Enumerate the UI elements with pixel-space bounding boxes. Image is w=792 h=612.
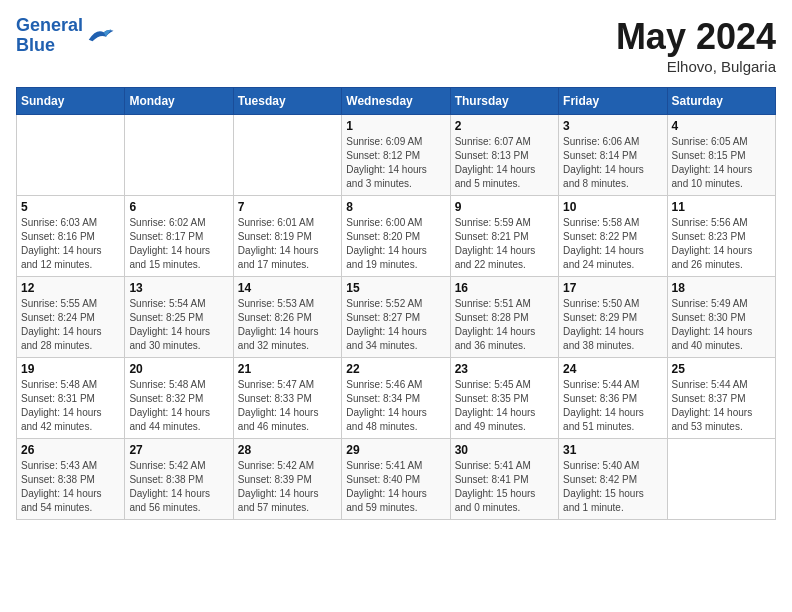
day-info: Sunrise: 6:03 AM Sunset: 8:16 PM Dayligh… bbox=[21, 216, 120, 272]
calendar-cell: 31Sunrise: 5:40 AM Sunset: 8:42 PM Dayli… bbox=[559, 439, 667, 520]
logo-blue: Blue bbox=[16, 35, 55, 55]
calendar-cell: 10Sunrise: 5:58 AM Sunset: 8:22 PM Dayli… bbox=[559, 196, 667, 277]
day-number: 17 bbox=[563, 281, 662, 295]
day-number: 19 bbox=[21, 362, 120, 376]
weekday-header-tuesday: Tuesday bbox=[233, 88, 341, 115]
calendar-cell: 28Sunrise: 5:42 AM Sunset: 8:39 PM Dayli… bbox=[233, 439, 341, 520]
day-info: Sunrise: 6:05 AM Sunset: 8:15 PM Dayligh… bbox=[672, 135, 771, 191]
logo-general: General bbox=[16, 15, 83, 35]
page-header: General Blue May 2024 Elhovo, Bulgaria bbox=[16, 16, 776, 75]
calendar-cell: 1Sunrise: 6:09 AM Sunset: 8:12 PM Daylig… bbox=[342, 115, 450, 196]
day-info: Sunrise: 5:43 AM Sunset: 8:38 PM Dayligh… bbox=[21, 459, 120, 515]
day-info: Sunrise: 5:52 AM Sunset: 8:27 PM Dayligh… bbox=[346, 297, 445, 353]
calendar-cell: 17Sunrise: 5:50 AM Sunset: 8:29 PM Dayli… bbox=[559, 277, 667, 358]
day-info: Sunrise: 5:42 AM Sunset: 8:38 PM Dayligh… bbox=[129, 459, 228, 515]
day-info: Sunrise: 5:56 AM Sunset: 8:23 PM Dayligh… bbox=[672, 216, 771, 272]
day-number: 30 bbox=[455, 443, 554, 457]
day-number: 1 bbox=[346, 119, 445, 133]
calendar-cell: 27Sunrise: 5:42 AM Sunset: 8:38 PM Dayli… bbox=[125, 439, 233, 520]
weekday-header-monday: Monday bbox=[125, 88, 233, 115]
calendar-cell: 4Sunrise: 6:05 AM Sunset: 8:15 PM Daylig… bbox=[667, 115, 775, 196]
day-info: Sunrise: 5:54 AM Sunset: 8:25 PM Dayligh… bbox=[129, 297, 228, 353]
calendar-cell: 13Sunrise: 5:54 AM Sunset: 8:25 PM Dayli… bbox=[125, 277, 233, 358]
calendar-cell bbox=[667, 439, 775, 520]
day-number: 29 bbox=[346, 443, 445, 457]
location: Elhovo, Bulgaria bbox=[616, 58, 776, 75]
day-info: Sunrise: 5:41 AM Sunset: 8:41 PM Dayligh… bbox=[455, 459, 554, 515]
calendar-cell: 3Sunrise: 6:06 AM Sunset: 8:14 PM Daylig… bbox=[559, 115, 667, 196]
logo-bird-icon bbox=[85, 24, 115, 48]
day-info: Sunrise: 5:55 AM Sunset: 8:24 PM Dayligh… bbox=[21, 297, 120, 353]
day-number: 21 bbox=[238, 362, 337, 376]
calendar-cell bbox=[233, 115, 341, 196]
day-number: 22 bbox=[346, 362, 445, 376]
calendar-cell: 26Sunrise: 5:43 AM Sunset: 8:38 PM Dayli… bbox=[17, 439, 125, 520]
calendar-cell: 25Sunrise: 5:44 AM Sunset: 8:37 PM Dayli… bbox=[667, 358, 775, 439]
day-info: Sunrise: 5:46 AM Sunset: 8:34 PM Dayligh… bbox=[346, 378, 445, 434]
day-number: 27 bbox=[129, 443, 228, 457]
title-block: May 2024 Elhovo, Bulgaria bbox=[616, 16, 776, 75]
weekday-header-sunday: Sunday bbox=[17, 88, 125, 115]
day-number: 6 bbox=[129, 200, 228, 214]
calendar-cell bbox=[17, 115, 125, 196]
calendar-cell: 16Sunrise: 5:51 AM Sunset: 8:28 PM Dayli… bbox=[450, 277, 558, 358]
day-info: Sunrise: 5:48 AM Sunset: 8:31 PM Dayligh… bbox=[21, 378, 120, 434]
day-info: Sunrise: 5:59 AM Sunset: 8:21 PM Dayligh… bbox=[455, 216, 554, 272]
calendar-table: SundayMondayTuesdayWednesdayThursdayFrid… bbox=[16, 87, 776, 520]
day-number: 15 bbox=[346, 281, 445, 295]
day-info: Sunrise: 5:53 AM Sunset: 8:26 PM Dayligh… bbox=[238, 297, 337, 353]
day-info: Sunrise: 6:00 AM Sunset: 8:20 PM Dayligh… bbox=[346, 216, 445, 272]
day-number: 13 bbox=[129, 281, 228, 295]
weekday-header-row: SundayMondayTuesdayWednesdayThursdayFrid… bbox=[17, 88, 776, 115]
calendar-cell: 19Sunrise: 5:48 AM Sunset: 8:31 PM Dayli… bbox=[17, 358, 125, 439]
calendar-cell: 29Sunrise: 5:41 AM Sunset: 8:40 PM Dayli… bbox=[342, 439, 450, 520]
calendar-cell: 8Sunrise: 6:00 AM Sunset: 8:20 PM Daylig… bbox=[342, 196, 450, 277]
day-info: Sunrise: 6:07 AM Sunset: 8:13 PM Dayligh… bbox=[455, 135, 554, 191]
day-info: Sunrise: 5:48 AM Sunset: 8:32 PM Dayligh… bbox=[129, 378, 228, 434]
day-number: 23 bbox=[455, 362, 554, 376]
calendar-cell: 12Sunrise: 5:55 AM Sunset: 8:24 PM Dayli… bbox=[17, 277, 125, 358]
day-info: Sunrise: 5:49 AM Sunset: 8:30 PM Dayligh… bbox=[672, 297, 771, 353]
calendar-week-5: 26Sunrise: 5:43 AM Sunset: 8:38 PM Dayli… bbox=[17, 439, 776, 520]
day-info: Sunrise: 5:44 AM Sunset: 8:36 PM Dayligh… bbox=[563, 378, 662, 434]
day-number: 4 bbox=[672, 119, 771, 133]
calendar-cell: 23Sunrise: 5:45 AM Sunset: 8:35 PM Dayli… bbox=[450, 358, 558, 439]
day-info: Sunrise: 5:58 AM Sunset: 8:22 PM Dayligh… bbox=[563, 216, 662, 272]
day-number: 8 bbox=[346, 200, 445, 214]
day-info: Sunrise: 6:02 AM Sunset: 8:17 PM Dayligh… bbox=[129, 216, 228, 272]
weekday-header-wednesday: Wednesday bbox=[342, 88, 450, 115]
calendar-cell: 9Sunrise: 5:59 AM Sunset: 8:21 PM Daylig… bbox=[450, 196, 558, 277]
day-info: Sunrise: 5:41 AM Sunset: 8:40 PM Dayligh… bbox=[346, 459, 445, 515]
day-number: 25 bbox=[672, 362, 771, 376]
calendar-week-2: 5Sunrise: 6:03 AM Sunset: 8:16 PM Daylig… bbox=[17, 196, 776, 277]
day-info: Sunrise: 6:09 AM Sunset: 8:12 PM Dayligh… bbox=[346, 135, 445, 191]
weekday-header-friday: Friday bbox=[559, 88, 667, 115]
calendar-cell: 6Sunrise: 6:02 AM Sunset: 8:17 PM Daylig… bbox=[125, 196, 233, 277]
logo-text: General Blue bbox=[16, 16, 83, 56]
logo: General Blue bbox=[16, 16, 115, 56]
calendar-cell: 22Sunrise: 5:46 AM Sunset: 8:34 PM Dayli… bbox=[342, 358, 450, 439]
calendar-cell: 18Sunrise: 5:49 AM Sunset: 8:30 PM Dayli… bbox=[667, 277, 775, 358]
calendar-cell: 2Sunrise: 6:07 AM Sunset: 8:13 PM Daylig… bbox=[450, 115, 558, 196]
day-info: Sunrise: 5:40 AM Sunset: 8:42 PM Dayligh… bbox=[563, 459, 662, 515]
month-title: May 2024 bbox=[616, 16, 776, 58]
day-number: 24 bbox=[563, 362, 662, 376]
calendar-cell: 5Sunrise: 6:03 AM Sunset: 8:16 PM Daylig… bbox=[17, 196, 125, 277]
day-number: 7 bbox=[238, 200, 337, 214]
weekday-header-saturday: Saturday bbox=[667, 88, 775, 115]
day-info: Sunrise: 5:50 AM Sunset: 8:29 PM Dayligh… bbox=[563, 297, 662, 353]
day-number: 10 bbox=[563, 200, 662, 214]
day-number: 31 bbox=[563, 443, 662, 457]
day-number: 2 bbox=[455, 119, 554, 133]
day-number: 14 bbox=[238, 281, 337, 295]
day-number: 26 bbox=[21, 443, 120, 457]
day-number: 3 bbox=[563, 119, 662, 133]
day-number: 12 bbox=[21, 281, 120, 295]
day-info: Sunrise: 6:06 AM Sunset: 8:14 PM Dayligh… bbox=[563, 135, 662, 191]
calendar-week-4: 19Sunrise: 5:48 AM Sunset: 8:31 PM Dayli… bbox=[17, 358, 776, 439]
calendar-cell: 15Sunrise: 5:52 AM Sunset: 8:27 PM Dayli… bbox=[342, 277, 450, 358]
weekday-header-thursday: Thursday bbox=[450, 88, 558, 115]
calendar-cell: 30Sunrise: 5:41 AM Sunset: 8:41 PM Dayli… bbox=[450, 439, 558, 520]
day-info: Sunrise: 5:51 AM Sunset: 8:28 PM Dayligh… bbox=[455, 297, 554, 353]
day-info: Sunrise: 5:44 AM Sunset: 8:37 PM Dayligh… bbox=[672, 378, 771, 434]
